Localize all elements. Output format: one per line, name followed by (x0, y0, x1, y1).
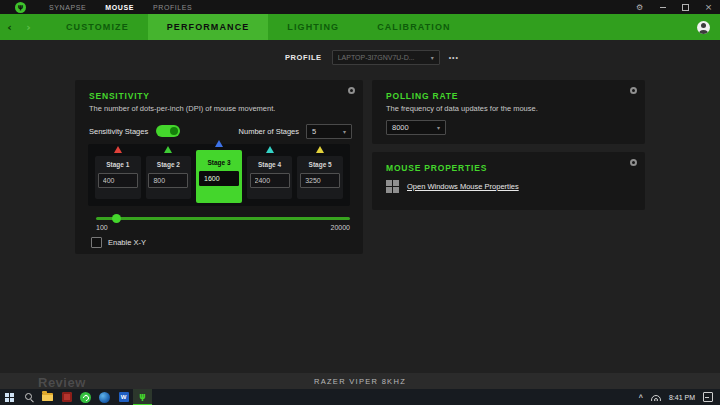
number-of-stages-label: Number of Stages (239, 127, 299, 136)
sensitivity-panel: SENSITIVITY The number of dots-per-inch … (75, 80, 363, 254)
clock[interactable]: 8:41 PM (669, 394, 695, 401)
open-mouse-properties-link[interactable]: Open Windows Mouse Properties (407, 182, 519, 191)
taskbar-search-button[interactable] (19, 389, 38, 405)
system-tray: ^ 8:41 PM (639, 392, 720, 402)
tab-synapse[interactable]: SYNAPSE (49, 4, 86, 11)
polling-rate-panel: POLLING RATE The frequency of data updat… (372, 80, 645, 144)
windows-taskbar: W ψ ^ 8:41 PM (0, 389, 720, 405)
stage-3-card[interactable]: Stage 3 (196, 150, 242, 203)
browser-icon (99, 392, 110, 403)
profile-dropdown-value: LAPTOP-3I7GNV7U-D... (338, 54, 415, 61)
panel-description: The frequency of data updates for the mo… (386, 104, 538, 113)
device-bar: RAZER VIPER 8KHZ (0, 373, 720, 389)
action-center-icon[interactable] (703, 392, 713, 402)
back-arrow-icon[interactable]: ‹ (0, 14, 19, 40)
stage-5-marker-icon (316, 146, 324, 153)
razer-logo-icon: ψ (15, 2, 26, 13)
taskbar-file-explorer[interactable] (38, 389, 57, 405)
forward-arrow-icon[interactable]: › (19, 14, 38, 40)
stage-label: Stage 4 (258, 161, 281, 168)
slider-max-label: 20000 (331, 224, 350, 231)
titlebar[interactable]: ψ SYNAPSE MOUSE PROFILES ⚙ × (0, 0, 720, 14)
dpi-stages-container: Stage 1 Stage 2 Stage 3 Stage 4 Stage 5 (88, 144, 350, 206)
tab-calibration[interactable]: CALIBRATION (358, 14, 469, 40)
tray-chevron-up-icon[interactable]: ^ (639, 394, 643, 401)
chevron-down-icon: ▾ (437, 124, 440, 131)
window-controls: ⚙ × (628, 0, 720, 14)
stage-2-marker-icon (164, 146, 172, 153)
taskbar-razer-synapse[interactable]: ψ (133, 389, 152, 405)
profile-label: PROFILE (285, 53, 322, 62)
stage-2-card[interactable]: Stage 2 (146, 156, 192, 199)
enable-xy-label: Enable X-Y (108, 238, 146, 247)
sensitivity-stages-toggle[interactable] (156, 125, 180, 137)
maximize-button[interactable] (674, 0, 697, 14)
minimize-button[interactable] (651, 0, 674, 14)
panel-title: POLLING RATE (386, 91, 458, 101)
tab-mouse[interactable]: MOUSE (105, 4, 134, 11)
stage-label: Stage 3 (207, 159, 230, 166)
stage-4-dpi-input[interactable] (250, 173, 290, 188)
dpi-slider-handle[interactable] (112, 214, 121, 223)
tab-lighting[interactable]: LIGHTING (268, 14, 358, 40)
folder-icon (42, 393, 53, 401)
razer-synapse-window: ψ SYNAPSE MOUSE PROFILES ⚙ × ‹ › CUSTOMI… (0, 0, 720, 405)
sensitivity-stages-label: Sensitivity Stages (89, 127, 148, 136)
panel-title: MOUSE PROPERTIES (386, 163, 487, 173)
settings-gear-icon[interactable]: ⚙ (628, 0, 651, 14)
stage-1-dpi-input[interactable] (98, 173, 138, 188)
info-icon[interactable] (630, 87, 637, 94)
stage-1-card[interactable]: Stage 1 (95, 156, 141, 199)
dpi-slider-track[interactable] (96, 217, 350, 220)
stage-5-dpi-input[interactable] (300, 173, 340, 188)
mouse-properties-panel: MOUSE PROPERTIES Open Windows Mouse Prop… (372, 152, 645, 210)
razer-synapse-icon: ψ (139, 392, 145, 402)
taskbar-whatsapp[interactable] (76, 389, 95, 405)
chevron-down-icon: ▾ (343, 128, 346, 135)
slider-min-label: 100 (96, 224, 108, 231)
chevron-down-icon: ▾ (431, 54, 434, 61)
mouse-properties-row: Open Windows Mouse Properties (386, 180, 519, 193)
info-icon[interactable] (348, 87, 355, 94)
stage-1-marker-icon (114, 146, 122, 153)
stage-label: Stage 2 (157, 161, 180, 168)
taskbar-word[interactable]: W (114, 389, 133, 405)
stage-3-dpi-input[interactable] (199, 171, 239, 186)
section-tabs: CUSTOMIZE PERFORMANCE LIGHTING CALIBRATI… (47, 14, 470, 40)
stage-label: Stage 1 (106, 161, 129, 168)
profile-dropdown[interactable]: LAPTOP-3I7GNV7U-D... ▾ (332, 50, 440, 65)
taskbar-media-app[interactable] (57, 389, 76, 405)
windows-start-icon (5, 393, 14, 402)
start-button[interactable] (0, 389, 19, 405)
enable-xy-row: Enable X-Y (91, 237, 146, 248)
app-tabs: SYNAPSE MOUSE PROFILES (49, 4, 192, 11)
stage-label: Stage 5 (309, 161, 332, 168)
wifi-icon[interactable] (651, 394, 661, 401)
number-of-stages-value: 5 (312, 127, 316, 136)
red-app-icon (62, 392, 72, 402)
panel-title: SENSITIVITY (89, 91, 150, 101)
tab-performance[interactable]: PERFORMANCE (148, 14, 269, 40)
taskbar-browser[interactable] (95, 389, 114, 405)
stage-4-card[interactable]: Stage 4 (247, 156, 293, 199)
panel-description: The number of dots-per-inch (DPI) of mou… (89, 104, 275, 113)
polling-rate-dropdown[interactable]: 8000 ▾ (386, 120, 446, 135)
tab-profiles[interactable]: PROFILES (153, 4, 192, 11)
profile-more-button[interactable]: ••• (449, 54, 459, 61)
profile-row: PROFILE LAPTOP-3I7GNV7U-D... ▾ ••• (12, 49, 720, 65)
polling-rate-value: 8000 (392, 123, 409, 132)
stage-2-dpi-input[interactable] (148, 173, 188, 188)
search-icon (24, 392, 34, 402)
enable-xy-checkbox[interactable] (91, 237, 102, 248)
stage-4-marker-icon (266, 146, 274, 153)
info-icon[interactable] (630, 159, 637, 166)
windows-logo-icon (386, 180, 399, 193)
device-name: RAZER VIPER 8KHZ (314, 377, 406, 386)
user-avatar[interactable] (697, 21, 710, 34)
close-button[interactable]: × (697, 0, 720, 14)
sensitivity-controls-row: Sensitivity Stages Number of Stages 5 ▾ (89, 123, 352, 139)
stage-5-card[interactable]: Stage 5 (297, 156, 343, 199)
number-of-stages-dropdown[interactable]: 5 ▾ (306, 124, 352, 139)
word-icon: W (119, 392, 129, 402)
tab-customize[interactable]: CUSTOMIZE (47, 14, 148, 40)
